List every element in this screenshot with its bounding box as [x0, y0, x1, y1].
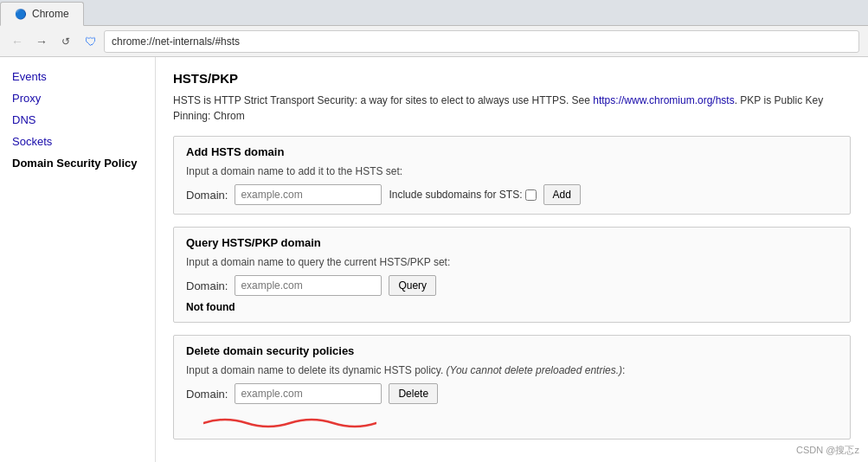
active-tab[interactable]: 🔵 Chrome	[0, 2, 84, 26]
add-domain-label: Domain:	[186, 189, 228, 202]
sidebar-item-events[interactable]: Events	[0, 66, 155, 87]
red-squiggle-icon	[203, 413, 376, 430]
query-button[interactable]: Query	[389, 275, 436, 296]
sidebar: Events Proxy DNS Sockets Domain Security…	[0, 57, 156, 462]
query-section-title: Query HSTS/PKP domain	[186, 236, 838, 249]
hsts-desc-1: HSTS is HTTP Strict Transport Security: …	[173, 94, 593, 106]
query-section-instruction: Input a domain name to query the current…	[186, 256, 838, 268]
page-title: HSTS/PKP	[173, 71, 851, 86]
delete-instruction-end: :	[622, 364, 625, 376]
add-domain-input[interactable]	[235, 184, 382, 205]
delete-instruction-text: Input a domain name to delete its dynami…	[186, 364, 447, 376]
delete-hsts-section: Delete domain security policies Input a …	[173, 335, 851, 440]
url-text: chrome://net-internals/#hsts	[112, 35, 240, 48]
delete-button[interactable]: Delete	[389, 383, 438, 404]
add-button[interactable]: Add	[543, 184, 581, 205]
query-result: Not found	[186, 301, 838, 313]
security-icon: 🛡	[85, 35, 97, 48]
delete-form-row: Domain: Delete	[186, 383, 838, 404]
delete-instruction-italic: (You cannot delete preloaded entries.)	[447, 364, 622, 376]
sidebar-item-proxy[interactable]: Proxy	[0, 87, 155, 109]
add-form-row: Domain: Include subdomains for STS: Add	[186, 184, 838, 205]
squiggle-decoration	[186, 413, 838, 430]
tab-favicon: 🔵	[15, 9, 27, 20]
main-content: HSTS/PKP HSTS is HTTP Strict Transport S…	[156, 57, 868, 462]
watermark: CSDN @搜忑z	[796, 444, 859, 457]
forward-button[interactable]: →	[33, 33, 50, 50]
delete-domain-input[interactable]	[235, 383, 382, 404]
sidebar-item-dns[interactable]: DNS	[0, 109, 155, 131]
add-hsts-section: Add HSTS domain Input a domain name to a…	[173, 136, 851, 215]
hsts-link[interactable]: https://www.chromium.org/hsts	[593, 94, 734, 106]
sidebar-item-sockets[interactable]: Sockets	[0, 131, 155, 152]
add-section-instruction: Input a domain name to add it to the HST…	[186, 165, 838, 177]
app-body: Events Proxy DNS Sockets Domain Security…	[0, 57, 868, 462]
query-domain-label: Domain:	[186, 279, 228, 292]
sidebar-item-domain-security-policy[interactable]: Domain Security Policy	[0, 152, 155, 174]
browser-titlebar: ← → ↺ 🛡 chrome://net-internals/#hsts	[0, 26, 868, 57]
query-form-row: Domain: Query	[186, 275, 838, 296]
delete-section-instruction: Input a domain name to delete its dynami…	[186, 364, 838, 376]
query-hsts-section: Query HSTS/PKP domain Input a domain nam…	[173, 227, 851, 323]
page-description: HSTS is HTTP Strict Transport Security: …	[173, 93, 851, 124]
add-section-title: Add HSTS domain	[186, 145, 838, 158]
url-bar[interactable]: chrome://net-internals/#hsts	[104, 30, 859, 53]
tab-bar: 🔵 Chrome	[0, 0, 868, 26]
query-domain-input[interactable]	[235, 275, 382, 296]
refresh-button[interactable]: ↺	[57, 33, 74, 50]
tab-label: Chrome	[32, 8, 69, 20]
sts-label-text: Include subdomains for STS:	[389, 189, 522, 201]
sts-checkbox[interactable]	[525, 189, 537, 201]
back-button[interactable]: ←	[9, 33, 26, 50]
delete-section-title: Delete domain security policies	[186, 344, 838, 357]
delete-domain-label: Domain:	[186, 388, 228, 401]
sts-checkbox-label: Include subdomains for STS:	[389, 189, 536, 201]
